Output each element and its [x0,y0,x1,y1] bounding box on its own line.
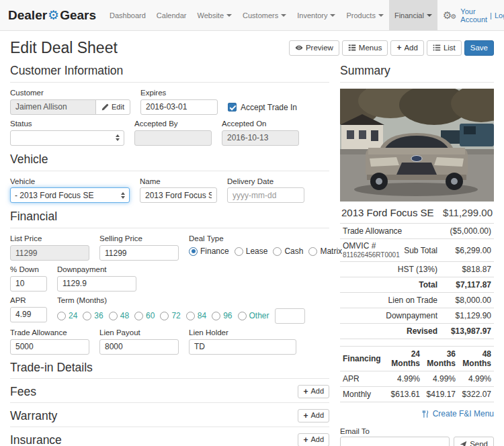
deal-type-matrix-radio[interactable]: Matrix [308,247,342,256]
accept-trade-in-checkbox[interactable]: Accept Trade In [228,89,297,115]
term-72-radio[interactable]: 72 [160,311,180,320]
radio-icon [57,312,66,320]
term-96-radio[interactable]: 96 [212,311,232,320]
deal-type-lease-radio[interactable]: Lease [235,247,268,256]
vehicle-photo [340,89,494,202]
navbar: Dealer ⚙ Gears Dashboard Calendar Websit… [0,0,504,31]
fees-add-button[interactable]: + Add [298,385,329,398]
term-other-radio[interactable]: Other [238,311,269,320]
downpayment-label: Downpayment [57,265,136,275]
term-36-radio[interactable]: 36 [83,311,103,320]
status-select[interactable] [10,130,124,146]
send-plane-icon [460,441,467,446]
summary-heading: Summary [340,64,494,83]
your-account-link[interactable]: Your Account [460,7,487,24]
expires-field-group: Expires [140,89,218,115]
trade-allowance-field-group: Trade Allowance [10,328,89,355]
radio-icon [235,247,243,256]
radio-icon [109,312,118,320]
checkbox-checked-icon [228,103,237,112]
status-label: Status [10,120,124,129]
vehicle-select[interactable]: - 2013 Ford Focus SE [10,187,130,203]
term-field-group: Term (Months) 24 36 48 60 72 84 96 Other [57,296,305,324]
toolbar: Preview Menus + Add List Save [289,40,494,56]
vehicle-name-input[interactable] [140,187,217,203]
email-to-input[interactable] [340,437,450,446]
fees-section: Fees + Add [10,385,329,403]
financing-header-row: Financing 24 Months 36 Months 48 Months [340,346,494,371]
delivery-date-input[interactable] [227,187,304,203]
list-price-label: List Price [10,234,89,244]
deal-type-finance-radio[interactable]: Finance [189,247,229,256]
list-price-input[interactable] [10,245,89,261]
vehicle-name-label: Name [140,177,217,187]
accepted-on-label: Accepted On [222,120,299,129]
cutlery-icon [421,410,429,418]
warranty-add-button[interactable]: + Add [298,409,329,422]
logout-link[interactable]: Logout [495,11,504,19]
save-button[interactable]: Save [464,40,494,56]
downpayment-input[interactable] [57,276,136,292]
deal-type-radios: Finance Lease Cash Matrix [189,245,347,256]
financing-monthly-row: Monthly $613.61 $419.17 $322.07 [340,387,494,402]
term-60-radio[interactable]: 60 [134,311,155,320]
nav-item-inventory[interactable]: Inventory [292,0,341,30]
deal-type-cash-radio[interactable]: Cash [273,247,303,256]
add-button[interactable]: + Add [390,40,423,56]
plus-icon: + [303,388,308,396]
financing-table: Financing 24 Months 36 Months 48 Months … [340,346,494,402]
customer-input[interactable] [10,99,96,115]
term-48-radio[interactable]: 48 [109,311,129,320]
expires-input[interactable] [140,99,218,115]
chevron-down-icon [378,14,384,17]
lien-payout-input[interactable] [99,339,179,355]
create-fi-menu-link[interactable]: Create F&I Menu [421,409,494,418]
summary-row-trade-allowance: Trade Allowance ($5,000.00) [340,224,494,239]
term-radios: 24 36 48 60 72 84 96 Other [57,307,305,324]
term-24-radio[interactable]: 24 [57,311,77,320]
chevron-down-icon [226,14,232,17]
nav-item-products[interactable]: Products [341,0,388,30]
nav-item-settings[interactable]: ⚙⚙ [437,0,460,30]
nav-item-financial[interactable]: Financial [389,0,437,30]
brand-text-left: Dealer [8,8,47,23]
insurance-add-button[interactable]: + Add [298,433,329,446]
percent-down-field-group: % Down [10,265,47,292]
accepted-by-label: Accepted By [134,120,212,129]
term-other-input[interactable] [275,308,305,324]
send-button[interactable]: Send [454,437,494,446]
apr-label: APR [10,296,47,306]
chevron-down-icon [281,14,286,17]
nav-item-dashboard[interactable]: Dashboard [104,0,151,30]
deal-type-label: Deal Type [189,234,347,244]
trade-allowance-input[interactable] [10,339,89,355]
apr-input[interactable] [10,307,47,322]
edit-customer-button[interactable]: Edit [95,99,130,115]
lien-holder-input[interactable] [189,339,296,355]
percent-down-input[interactable] [10,276,47,292]
term-84-radio[interactable]: 84 [186,311,206,320]
nav-item-calendar[interactable]: Calendar [151,0,192,30]
preview-button[interactable]: Preview [289,40,339,56]
menus-button[interactable]: Menus [342,40,388,56]
summary-vehicle-name: 2013 Ford Focus SE [341,207,434,218]
selling-price-input[interactable] [99,245,179,261]
accepted-on-input[interactable] [222,130,299,146]
main-nav: Dashboard Calendar Website Customers Inv… [104,0,460,30]
radio-selected-icon [189,247,198,256]
customer-field-group: Customer Edit [10,89,130,115]
nav-item-customers[interactable]: Customers [237,0,292,30]
summary-panel: Summary [340,64,494,446]
accepted-on-field-group: Accepted On [222,120,299,146]
vehicle-heading: Vehicle [10,152,329,171]
summary-table: Trade Allowance ($5,000.00) OMVIC # 8116… [340,224,494,339]
page-header: Edit Deal Sheet Preview Menus + Add List… [10,39,494,57]
financing-apr-row: APR 4.99% 4.99% 4.99% [340,371,494,387]
accepted-by-input[interactable] [134,130,212,146]
downpayment-field-group: Downpayment [57,265,136,292]
trade-in-details-heading: Trade-in Details [10,361,93,375]
list-price-field-group: List Price [10,234,89,261]
brand-logo[interactable]: Dealer ⚙ Gears [8,0,96,30]
nav-item-website[interactable]: Website [192,0,238,30]
list-button[interactable]: List [427,40,462,56]
